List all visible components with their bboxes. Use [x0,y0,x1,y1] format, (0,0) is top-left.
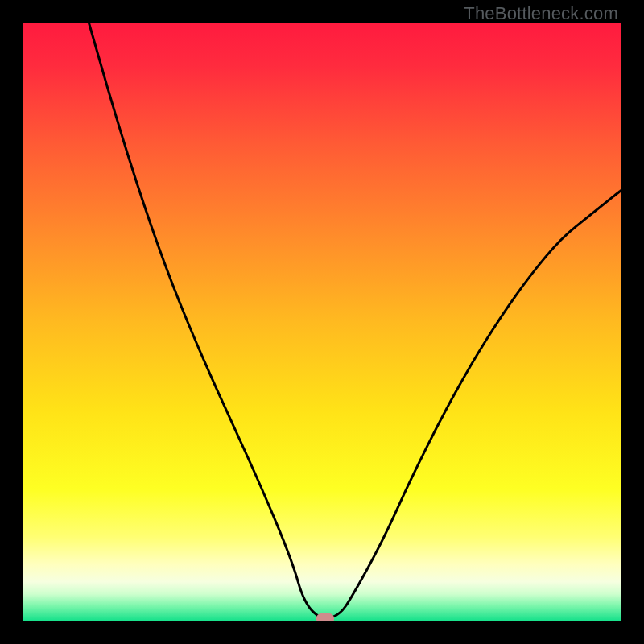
plot-area [23,23,621,621]
watermark-text: TheBottleneck.com [464,3,618,24]
chart-frame: TheBottleneck.com [0,0,644,644]
bottleneck-curve [23,23,621,621]
optimum-marker [316,613,334,621]
